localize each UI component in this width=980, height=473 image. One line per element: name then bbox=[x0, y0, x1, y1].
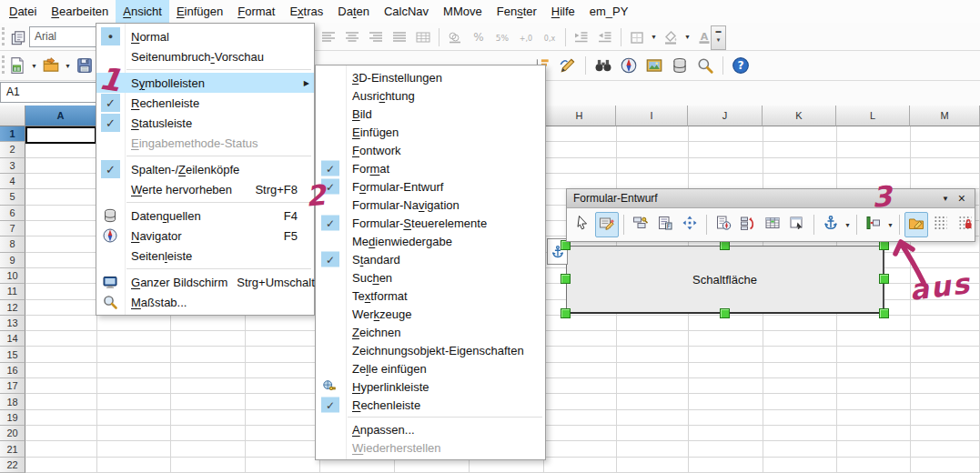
row-header-9[interactable]: 9 bbox=[0, 253, 25, 268]
styles-panel-icon[interactable] bbox=[7, 27, 29, 49]
toolbars-submenu-item-suchen[interactable]: Suchen bbox=[316, 268, 545, 287]
select-all-corner[interactable] bbox=[0, 106, 25, 126]
zoom-button[interactable] bbox=[694, 55, 716, 76]
form-properties-button[interactable]: F bbox=[653, 212, 677, 237]
toolbars-submenu-item-formular-steuerelemente[interactable]: ✓Formular-Steuerelemente bbox=[316, 214, 545, 232]
form-design-toolbar-titlebar[interactable]: Formular-Entwurf ▼ × bbox=[567, 189, 975, 208]
row-header-3[interactable]: 3 bbox=[0, 158, 25, 174]
menubar-item-em-py[interactable]: em_PY bbox=[582, 0, 636, 23]
menubar-item-mmove[interactable]: MMove bbox=[436, 0, 490, 23]
anchor-button[interactable] bbox=[819, 212, 843, 237]
toolbars-submenu-item-formular-entwurf[interactable]: ✓Formular-Entwurf bbox=[316, 177, 545, 196]
row-header-5[interactable]: 5 bbox=[0, 189, 25, 205]
help-button[interactable]: ? bbox=[730, 55, 752, 76]
menubar-item-bearbeiten[interactable]: Bearbeiten bbox=[44, 0, 116, 23]
menubar-item-ansicht[interactable]: Ansicht bbox=[116, 0, 169, 23]
view-menu-item-werte-hervorheben[interactable]: Werte hervorhebenStrg+F8 bbox=[96, 179, 314, 199]
toolbars-submenu-item-einfuegen[interactable]: Einfügen bbox=[316, 123, 545, 141]
row-header-2[interactable]: 2 bbox=[0, 142, 25, 157]
navigator-compass-button[interactable] bbox=[618, 55, 640, 76]
menubar-item-format[interactable]: Format bbox=[230, 0, 282, 23]
toolbars-submenu-item-bild[interactable]: Bild bbox=[316, 105, 545, 123]
view-menu-item-spalten-zeilenkoepfe[interactable]: ✓Spalten-/Zeilenköpfe bbox=[96, 159, 314, 179]
view-menu-item-datenquellen[interactable]: DatenquellenF4 bbox=[96, 206, 314, 226]
menubar-item-fenster[interactable]: Fenster bbox=[490, 0, 544, 23]
row-header-18[interactable]: 18 bbox=[0, 394, 25, 409]
column-header-i[interactable]: I bbox=[616, 106, 688, 126]
toolbars-submenu-item-format[interactable]: ✓Format bbox=[316, 159, 545, 177]
toolbars-submenu-item-hyperlinkleiste[interactable]: Hyperlinkleiste bbox=[316, 377, 545, 396]
view-menu-item-navigator[interactable]: NavigatorF5 bbox=[96, 226, 314, 246]
toolbars-submenu-item-zelle-einfuegen[interactable]: Zelle einfügen bbox=[316, 359, 545, 377]
toolbar-grip[interactable] bbox=[2, 55, 5, 74]
view-menu-item-eingabemethode-status[interactable]: Eingabemethode-Status bbox=[96, 133, 314, 153]
row-header-13[interactable]: 13 bbox=[0, 316, 25, 331]
selection-handle[interactable] bbox=[720, 308, 730, 318]
open-form-window-button[interactable] bbox=[785, 212, 809, 237]
row-header-4[interactable]: 4 bbox=[0, 174, 25, 189]
view-menu-item-ganzer-bildschirm[interactable]: Ganzer BildschirmStrg+Umschalt+J bbox=[96, 272, 314, 292]
toolbars-submenu-item-wiederherstellen[interactable]: Wiederherstellen bbox=[316, 438, 545, 457]
close-icon[interactable]: × bbox=[955, 191, 968, 206]
toolbars-submenu-item-ausrichtung[interactable]: Ausrichtung bbox=[316, 86, 545, 105]
view-menu-item-seitenumbruch-vorschau[interactable]: Seitenumbruch-Vorschau bbox=[96, 46, 314, 66]
row-header-16[interactable]: 16 bbox=[0, 363, 25, 378]
gallery-button[interactable] bbox=[643, 55, 665, 76]
add-field-button[interactable] bbox=[761, 212, 784, 237]
toolbars-submenu-item-formular-navigation[interactable]: Formular-Navigation bbox=[316, 196, 545, 214]
row-header-15[interactable]: 15 bbox=[0, 347, 25, 362]
row-header-22[interactable]: 22 bbox=[0, 458, 25, 473]
toolbars-submenu-item-anpassen[interactable]: Anpassen... bbox=[316, 420, 545, 438]
selection-handle[interactable] bbox=[879, 274, 889, 284]
view-menu-item-symbolleisten[interactable]: Symbolleisten▶ bbox=[96, 73, 314, 93]
toolbars-submenu-item-werkzeuge[interactable]: Werkzeuge bbox=[316, 305, 545, 323]
toolbars-submenu-item-3d-einstellungen[interactable]: 3D-Einstellungen bbox=[316, 68, 545, 86]
anchor-dropdown-caret[interactable]: ▼ bbox=[844, 222, 852, 228]
row-header-7[interactable]: 7 bbox=[0, 221, 25, 236]
toolbars-submenu-item-medienwiedergabe[interactable]: Medienwiedergabe bbox=[316, 232, 545, 250]
open-button[interactable] bbox=[40, 55, 62, 76]
row-header-14[interactable]: 14 bbox=[0, 331, 25, 347]
menubar-item-calcnav[interactable]: CalcNav bbox=[377, 0, 436, 23]
form-navigator-button[interactable] bbox=[678, 212, 702, 237]
column-header-l[interactable]: L bbox=[836, 106, 910, 126]
form-push-button[interactable]: Schaltfläche bbox=[566, 246, 884, 314]
menubar-item-daten[interactable]: Daten bbox=[330, 0, 377, 23]
view-menu-item-normal[interactable]: ●Normal bbox=[96, 26, 314, 46]
menubar-item-hilfe[interactable]: Hilfe bbox=[544, 0, 582, 23]
row-header-10[interactable]: 10 bbox=[0, 268, 25, 284]
snap-to-grid-button[interactable] bbox=[954, 212, 977, 237]
row-header-1[interactable]: 1 bbox=[0, 126, 25, 142]
view-menu-item-massstab[interactable]: Maßstab... bbox=[96, 292, 314, 312]
column-header-j[interactable]: J bbox=[688, 106, 763, 126]
form-design-floating-toolbar[interactable]: Formular-Entwurf ▼ × F▼▼ bbox=[566, 188, 975, 242]
font-name-combobox[interactable]: Arial bbox=[29, 26, 103, 47]
selection-handle[interactable] bbox=[561, 274, 571, 284]
toolbars-submenu-item-standard[interactable]: ✓Standard bbox=[316, 250, 545, 268]
column-header-k[interactable]: K bbox=[763, 106, 836, 126]
column-header-h[interactable]: H bbox=[543, 106, 616, 126]
menubar-item-einfuegen[interactable]: Einfügen bbox=[169, 0, 230, 23]
toolbars-submenu-item-textformat[interactable]: Textformat bbox=[316, 287, 545, 305]
row-header-6[interactable]: 6 bbox=[0, 206, 25, 221]
row-header-21[interactable]: 21 bbox=[0, 441, 25, 457]
toolbar-grip[interactable] bbox=[2, 27, 5, 45]
name-box[interactable]: A1 bbox=[0, 82, 96, 103]
row-header-20[interactable]: 20 bbox=[0, 426, 25, 441]
view-menu-item-statusleiste[interactable]: ✓Statusleiste bbox=[96, 113, 314, 133]
view-menu-item-seitenleiste[interactable]: Seitenleiste bbox=[96, 246, 314, 266]
row-header-12[interactable]: 12 bbox=[0, 300, 25, 316]
menubar-item-extras[interactable]: Extras bbox=[282, 0, 330, 23]
new-document-button[interactable] bbox=[6, 55, 28, 76]
save-button[interactable] bbox=[74, 55, 96, 76]
row-header-17[interactable]: 17 bbox=[0, 378, 25, 394]
toolbars-submenu-item-fontwork[interactable]: Fontwork bbox=[316, 141, 545, 159]
row-header-19[interactable]: 19 bbox=[0, 410, 25, 426]
activation-order-button[interactable] bbox=[736, 212, 760, 237]
new-document-dropdown-caret[interactable]: ▼ bbox=[30, 63, 38, 69]
menubar-item-datei[interactable]: Datei bbox=[2, 0, 44, 23]
row-header-8[interactable]: 8 bbox=[0, 236, 25, 252]
open-dropdown-caret[interactable]: ▼ bbox=[64, 63, 72, 69]
design-mode-button[interactable] bbox=[595, 212, 619, 237]
draw-button[interactable] bbox=[557, 55, 579, 76]
